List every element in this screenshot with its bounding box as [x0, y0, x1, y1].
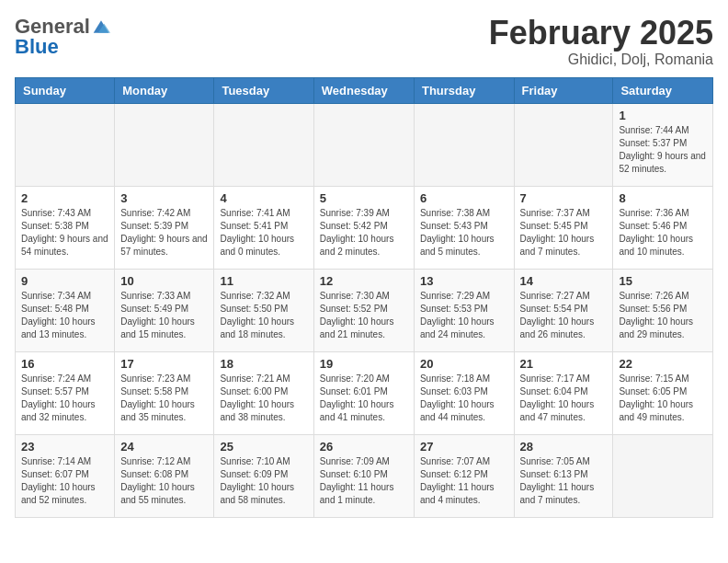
- day-number: 16: [21, 357, 108, 371]
- calendar-week-row: 1Sunrise: 7:44 AM Sunset: 5:37 PM Daylig…: [16, 103, 713, 186]
- weekday-header: Friday: [514, 77, 613, 103]
- day-info: Sunrise: 7:05 AM Sunset: 6:13 PM Dayligh…: [520, 455, 608, 507]
- day-number: 11: [220, 274, 307, 288]
- calendar-table: SundayMondayTuesdayWednesdayThursdayFrid…: [15, 77, 713, 518]
- day-info: Sunrise: 7:27 AM Sunset: 5:54 PM Dayligh…: [520, 290, 608, 341]
- calendar-cell: [414, 103, 514, 186]
- calendar-cell: 18Sunrise: 7:21 AM Sunset: 6:00 PM Dayli…: [214, 351, 313, 434]
- calendar-cell: 7Sunrise: 7:37 AM Sunset: 5:45 PM Daylig…: [514, 186, 613, 269]
- calendar-cell: [514, 103, 613, 186]
- logo: General Blue: [15, 15, 110, 59]
- day-info: Sunrise: 7:42 AM Sunset: 5:39 PM Dayligh…: [120, 207, 208, 259]
- day-info: Sunrise: 7:10 AM Sunset: 6:09 PM Dayligh…: [220, 455, 307, 507]
- calendar-cell: 19Sunrise: 7:20 AM Sunset: 6:01 PM Dayli…: [313, 351, 414, 434]
- month-title: February 2025: [489, 15, 713, 52]
- calendar-cell: 22Sunrise: 7:15 AM Sunset: 6:05 PM Dayli…: [613, 351, 713, 434]
- day-number: 20: [420, 357, 508, 371]
- calendar-cell: 11Sunrise: 7:32 AM Sunset: 5:50 PM Dayli…: [214, 269, 313, 351]
- calendar-cell: 3Sunrise: 7:42 AM Sunset: 5:39 PM Daylig…: [115, 186, 214, 269]
- day-number: 19: [320, 357, 408, 371]
- day-number: 18: [220, 357, 307, 371]
- day-info: Sunrise: 7:23 AM Sunset: 5:58 PM Dayligh…: [120, 373, 208, 424]
- day-info: Sunrise: 7:44 AM Sunset: 5:37 PM Dayligh…: [619, 124, 707, 176]
- page-header: General Blue February 2025 Ghidici, Dolj…: [15, 15, 713, 68]
- calendar-cell: 5Sunrise: 7:39 AM Sunset: 5:42 PM Daylig…: [313, 186, 414, 269]
- day-number: 27: [420, 440, 508, 454]
- day-info: Sunrise: 7:32 AM Sunset: 5:50 PM Dayligh…: [220, 290, 307, 341]
- day-number: 2: [21, 191, 108, 205]
- weekday-header: Saturday: [613, 77, 713, 103]
- day-number: 21: [520, 357, 608, 371]
- calendar-cell: 25Sunrise: 7:10 AM Sunset: 6:09 PM Dayli…: [214, 434, 313, 517]
- day-number: 1: [619, 109, 707, 122]
- title-block: February 2025 Ghidici, Dolj, Romania: [489, 15, 713, 68]
- day-number: 23: [21, 440, 108, 454]
- day-number: 4: [220, 191, 307, 205]
- calendar-cell: 15Sunrise: 7:26 AM Sunset: 5:56 PM Dayli…: [613, 269, 713, 351]
- day-info: Sunrise: 7:07 AM Sunset: 6:12 PM Dayligh…: [420, 455, 508, 507]
- calendar-cell: 8Sunrise: 7:36 AM Sunset: 5:46 PM Daylig…: [613, 186, 713, 269]
- logo-icon: [92, 17, 110, 36]
- day-number: 10: [120, 274, 208, 288]
- location-subtitle: Ghidici, Dolj, Romania: [489, 52, 713, 68]
- day-info: Sunrise: 7:21 AM Sunset: 6:00 PM Dayligh…: [220, 373, 307, 424]
- weekday-header: Wednesday: [313, 77, 414, 103]
- day-info: Sunrise: 7:20 AM Sunset: 6:01 PM Dayligh…: [320, 373, 408, 424]
- day-info: Sunrise: 7:41 AM Sunset: 5:41 PM Dayligh…: [220, 207, 307, 259]
- weekday-header: Monday: [115, 77, 214, 103]
- calendar-cell: 20Sunrise: 7:18 AM Sunset: 6:03 PM Dayli…: [414, 351, 514, 434]
- day-info: Sunrise: 7:37 AM Sunset: 5:45 PM Dayligh…: [520, 207, 608, 259]
- day-info: Sunrise: 7:29 AM Sunset: 5:53 PM Dayligh…: [420, 290, 508, 341]
- day-number: 3: [120, 191, 208, 205]
- day-number: 14: [520, 274, 608, 288]
- day-info: Sunrise: 7:12 AM Sunset: 6:08 PM Dayligh…: [120, 455, 208, 507]
- day-info: Sunrise: 7:17 AM Sunset: 6:04 PM Dayligh…: [520, 373, 608, 424]
- day-info: Sunrise: 7:43 AM Sunset: 5:38 PM Dayligh…: [21, 207, 108, 259]
- weekday-header: Tuesday: [214, 77, 313, 103]
- day-number: 8: [619, 191, 707, 205]
- calendar-cell: 4Sunrise: 7:41 AM Sunset: 5:41 PM Daylig…: [214, 186, 313, 269]
- day-number: 22: [619, 357, 707, 371]
- day-info: Sunrise: 7:34 AM Sunset: 5:48 PM Dayligh…: [21, 290, 108, 341]
- day-number: 26: [320, 440, 408, 454]
- day-info: Sunrise: 7:36 AM Sunset: 5:46 PM Dayligh…: [619, 207, 707, 259]
- calendar-cell: 16Sunrise: 7:24 AM Sunset: 5:57 PM Dayli…: [16, 351, 115, 434]
- day-info: Sunrise: 7:38 AM Sunset: 5:43 PM Dayligh…: [420, 207, 508, 259]
- day-info: Sunrise: 7:33 AM Sunset: 5:49 PM Dayligh…: [120, 290, 208, 341]
- day-number: 12: [320, 274, 408, 288]
- day-number: 5: [320, 191, 408, 205]
- calendar-cell: [613, 434, 713, 517]
- day-number: 6: [420, 191, 508, 205]
- calendar-cell: 26Sunrise: 7:09 AM Sunset: 6:10 PM Dayli…: [313, 434, 414, 517]
- calendar-header-row: SundayMondayTuesdayWednesdayThursdayFrid…: [16, 77, 713, 103]
- calendar-cell: [313, 103, 414, 186]
- calendar-cell: [16, 103, 115, 186]
- calendar-cell: 27Sunrise: 7:07 AM Sunset: 6:12 PM Dayli…: [414, 434, 514, 517]
- day-info: Sunrise: 7:39 AM Sunset: 5:42 PM Dayligh…: [320, 207, 408, 259]
- calendar-cell: 1Sunrise: 7:44 AM Sunset: 5:37 PM Daylig…: [613, 103, 713, 186]
- calendar-cell: 13Sunrise: 7:29 AM Sunset: 5:53 PM Dayli…: [414, 269, 514, 351]
- weekday-header: Sunday: [16, 77, 115, 103]
- calendar-cell: 23Sunrise: 7:14 AM Sunset: 6:07 PM Dayli…: [16, 434, 115, 517]
- calendar-cell: 28Sunrise: 7:05 AM Sunset: 6:13 PM Dayli…: [514, 434, 613, 517]
- day-info: Sunrise: 7:18 AM Sunset: 6:03 PM Dayligh…: [420, 373, 508, 424]
- day-info: Sunrise: 7:09 AM Sunset: 6:10 PM Dayligh…: [320, 455, 408, 507]
- calendar-cell: [214, 103, 313, 186]
- day-info: Sunrise: 7:26 AM Sunset: 5:56 PM Dayligh…: [619, 290, 707, 341]
- calendar-week-row: 16Sunrise: 7:24 AM Sunset: 5:57 PM Dayli…: [16, 351, 713, 434]
- day-number: 28: [520, 440, 608, 454]
- calendar-cell: [115, 103, 214, 186]
- calendar-week-row: 2Sunrise: 7:43 AM Sunset: 5:38 PM Daylig…: [16, 186, 713, 269]
- calendar-cell: 2Sunrise: 7:43 AM Sunset: 5:38 PM Daylig…: [16, 186, 115, 269]
- day-info: Sunrise: 7:14 AM Sunset: 6:07 PM Dayligh…: [21, 455, 108, 507]
- calendar-week-row: 23Sunrise: 7:14 AM Sunset: 6:07 PM Dayli…: [16, 434, 713, 517]
- logo-blue: Blue: [15, 35, 59, 59]
- calendar-cell: 6Sunrise: 7:38 AM Sunset: 5:43 PM Daylig…: [414, 186, 514, 269]
- day-info: Sunrise: 7:15 AM Sunset: 6:05 PM Dayligh…: [619, 373, 707, 424]
- calendar-cell: 9Sunrise: 7:34 AM Sunset: 5:48 PM Daylig…: [16, 269, 115, 351]
- day-number: 25: [220, 440, 307, 454]
- calendar-cell: 17Sunrise: 7:23 AM Sunset: 5:58 PM Dayli…: [115, 351, 214, 434]
- calendar-cell: 12Sunrise: 7:30 AM Sunset: 5:52 PM Dayli…: [313, 269, 414, 351]
- calendar-week-row: 9Sunrise: 7:34 AM Sunset: 5:48 PM Daylig…: [16, 269, 713, 351]
- day-info: Sunrise: 7:24 AM Sunset: 5:57 PM Dayligh…: [21, 373, 108, 424]
